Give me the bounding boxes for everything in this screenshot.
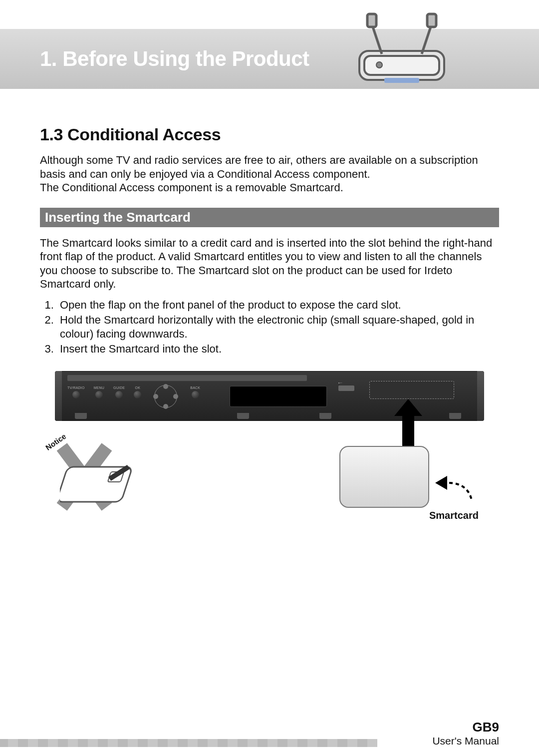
section-heading: 1.3 Conditional Access bbox=[40, 125, 499, 144]
svg-rect-1 bbox=[364, 56, 439, 75]
section-intro: Although some TV and radio services are … bbox=[40, 153, 499, 195]
router-illustration-icon bbox=[354, 10, 449, 90]
svg-rect-2 bbox=[384, 78, 419, 83]
device-button: MENU bbox=[94, 386, 104, 398]
step-item: Open the flap on the front panel of the … bbox=[57, 298, 499, 312]
footer-stripe-icon bbox=[0, 739, 377, 747]
chapter-title: 1. Before Using the Product bbox=[40, 47, 309, 71]
device-end-right-icon bbox=[477, 371, 484, 421]
device-panel-strip-icon bbox=[67, 375, 307, 381]
device-illustration: TV/RADIO MENU GUIDE OK BACK •← bbox=[40, 371, 499, 536]
device-dpad-icon bbox=[150, 386, 181, 408]
page-number: GB9 bbox=[0, 720, 499, 735]
step-list: Open the flap on the front panel of the … bbox=[57, 298, 499, 357]
intro-line-2: The Conditional Access component is a re… bbox=[40, 181, 343, 194]
smartcard-label: Smartcard bbox=[429, 510, 479, 521]
chapter-header: 1. Before Using the Product bbox=[0, 29, 539, 89]
device-button-row: TV/RADIO MENU GUIDE OK BACK bbox=[67, 386, 200, 408]
device-button: OK bbox=[134, 386, 141, 398]
smartcard-icon bbox=[339, 446, 429, 508]
notice-illustration: Notice bbox=[45, 446, 145, 531]
device-end-left-icon bbox=[55, 371, 62, 421]
device-flap-icon bbox=[369, 381, 454, 399]
page-footer: GB9 User's Manual bbox=[0, 720, 539, 747]
step-item: Insert the Smartcard into the slot. bbox=[57, 342, 499, 356]
svg-point-3 bbox=[376, 62, 382, 68]
device-usb-icon: •← bbox=[338, 381, 363, 396]
step-item: Hold the Smartcard horizontally with the… bbox=[57, 313, 499, 341]
page-content: 1.3 Conditional Access Although some TV … bbox=[40, 115, 499, 536]
device-button: GUIDE bbox=[113, 386, 125, 398]
device-foot-icon bbox=[75, 413, 87, 419]
subsection-body: The Smartcard looks similar to a credit … bbox=[40, 236, 499, 291]
device-foot-icon bbox=[319, 413, 331, 419]
svg-rect-7 bbox=[427, 14, 436, 27]
svg-line-6 bbox=[422, 24, 432, 54]
device-button: TV/RADIO bbox=[67, 386, 85, 398]
device-foot-icon bbox=[449, 413, 461, 419]
smartcard-arrow-icon bbox=[435, 476, 447, 490]
subsection-heading: Inserting the Smartcard bbox=[40, 208, 499, 227]
device-display-icon bbox=[230, 386, 327, 407]
device-foot-icon bbox=[237, 413, 249, 419]
device-button-back: BACK bbox=[190, 386, 200, 398]
wrong-card-icon bbox=[60, 457, 140, 507]
svg-line-4 bbox=[372, 24, 382, 54]
svg-rect-5 bbox=[367, 14, 376, 27]
intro-line-1: Although some TV and radio services are … bbox=[40, 154, 478, 180]
